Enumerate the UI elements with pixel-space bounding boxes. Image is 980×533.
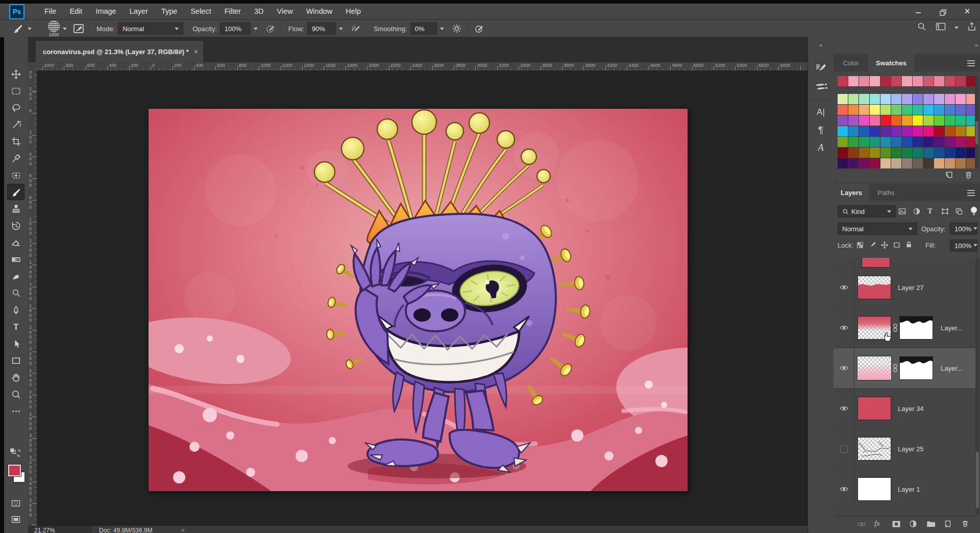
swatch[interactable] xyxy=(891,115,901,126)
swatch[interactable] xyxy=(891,148,901,158)
kind-filter-select[interactable]: Kind xyxy=(838,205,896,217)
swatches-scrollbar[interactable] xyxy=(975,76,979,168)
tab-layers[interactable]: Layers xyxy=(834,184,869,201)
swatch[interactable] xyxy=(934,115,944,126)
swatch[interactable] xyxy=(966,158,975,168)
swatch[interactable] xyxy=(838,126,848,136)
search-icon[interactable] xyxy=(917,21,927,34)
swatch[interactable] xyxy=(934,137,944,147)
swatch[interactable] xyxy=(934,126,944,136)
swatch[interactable] xyxy=(913,158,923,168)
smoothing-input[interactable]: 0% xyxy=(410,22,437,35)
recent-swatch[interactable] xyxy=(902,76,912,86)
smoothing-options-gear-icon[interactable] xyxy=(450,22,463,35)
toggle-brush-settings-icon[interactable] xyxy=(72,22,85,35)
recent-swatch[interactable] xyxy=(838,76,848,86)
swatch[interactable] xyxy=(870,137,880,147)
lock-position-icon[interactable] xyxy=(880,241,889,251)
swatch[interactable] xyxy=(913,148,923,158)
recent-swatch[interactable] xyxy=(848,76,859,86)
layer-visibility-eye-icon[interactable] xyxy=(834,348,854,388)
opacity-chevron[interactable] xyxy=(252,23,260,34)
swatch[interactable] xyxy=(966,137,975,147)
lock-transparent-pixels-icon[interactable] xyxy=(856,241,864,251)
layer-mask-thumbnail[interactable] xyxy=(900,317,933,339)
swatch[interactable] xyxy=(923,158,934,168)
swatch[interactable] xyxy=(902,148,912,158)
swatch[interactable] xyxy=(902,115,912,126)
swatch[interactable] xyxy=(880,105,891,115)
menu-item-type[interactable]: Type xyxy=(155,4,184,19)
layer-row-layer-25[interactable]: Layer 25 xyxy=(834,429,976,469)
swatch[interactable] xyxy=(945,158,955,168)
document-canvas[interactable] xyxy=(149,109,688,491)
swatch[interactable] xyxy=(848,115,859,126)
vertical-ruler[interactable]: 4 0 02 0 002 0 04 0 06 0 08 0 01 0 0 01 … xyxy=(28,70,37,526)
menu-item-filter[interactable]: Filter xyxy=(218,4,248,19)
delete-swatch-trash-icon[interactable] xyxy=(964,171,973,181)
layer-thumbnail[interactable] xyxy=(858,357,891,379)
minimize-button[interactable] xyxy=(910,7,927,16)
foreground-color-swatch[interactable] xyxy=(8,465,21,476)
swatch[interactable] xyxy=(859,94,869,104)
swatches-panel-menu-icon[interactable] xyxy=(967,60,975,61)
hand-tool[interactable] xyxy=(8,370,24,385)
layer-row-layer-1[interactable]: Layer 1 xyxy=(834,469,976,510)
swatch[interactable] xyxy=(966,148,975,158)
smoothing-chevron[interactable] xyxy=(438,23,446,34)
swatch[interactable] xyxy=(838,158,848,168)
swatch[interactable] xyxy=(880,94,891,104)
rectangular-marquee-tool[interactable] xyxy=(8,83,24,99)
healing-brush-tool[interactable] xyxy=(8,167,24,183)
eraser-tool[interactable] xyxy=(8,235,24,250)
layer-thumbnail[interactable] xyxy=(862,258,890,267)
rectangle-tool[interactable] xyxy=(8,353,24,368)
recent-swatch[interactable] xyxy=(870,76,880,86)
swatch[interactable] xyxy=(848,126,859,136)
layer-name[interactable]: Layer... xyxy=(941,324,963,332)
recent-swatch[interactable] xyxy=(913,76,923,86)
swatch[interactable] xyxy=(870,94,880,104)
new-layer-icon[interactable] xyxy=(944,519,952,530)
swatch[interactable] xyxy=(848,158,859,168)
paragraph-panel-icon[interactable]: ¶ xyxy=(808,125,834,136)
swatch[interactable] xyxy=(848,148,859,158)
glyphs-panel-icon[interactable]: A xyxy=(808,142,834,153)
layer-visibility-checkbox[interactable] xyxy=(834,429,854,469)
menu-item-view[interactable]: View xyxy=(271,4,300,19)
tool-preset-chevron[interactable] xyxy=(26,23,34,34)
swatch[interactable] xyxy=(891,105,901,115)
swatch[interactable] xyxy=(966,126,975,136)
swatch[interactable] xyxy=(955,94,966,104)
layer-thumbnail[interactable] xyxy=(858,478,891,500)
swatch[interactable] xyxy=(838,115,848,126)
pen-tool[interactable] xyxy=(8,302,24,318)
menu-item-3d[interactable]: 3D xyxy=(248,4,271,19)
recent-swatch[interactable] xyxy=(891,76,901,86)
layer-name[interactable]: Layer... xyxy=(941,365,963,372)
swatch[interactable] xyxy=(880,158,891,168)
layer-opacity-chevron[interactable] xyxy=(971,223,979,234)
lock-all-icon[interactable] xyxy=(905,240,913,251)
restore-button[interactable] xyxy=(934,7,951,16)
brush-tool[interactable] xyxy=(8,184,24,200)
swatch[interactable] xyxy=(966,94,975,104)
new-adjustment-layer-icon[interactable] xyxy=(909,520,917,530)
history-brush-tool[interactable] xyxy=(8,218,24,233)
layer-visibility-eye-icon[interactable] xyxy=(834,268,854,307)
swatch[interactable] xyxy=(955,115,966,126)
airbrush-icon[interactable] xyxy=(349,22,362,35)
swatch[interactable] xyxy=(913,105,923,115)
layer-name[interactable]: Layer 25 xyxy=(898,445,924,453)
swatch[interactable] xyxy=(913,115,923,126)
layer-mask-link-icon[interactable] xyxy=(893,323,898,334)
swatch[interactable] xyxy=(923,94,934,104)
layer-row-layer-[interactable]: Layer... xyxy=(834,308,976,348)
move-tool[interactable] xyxy=(8,66,24,82)
brush-settings-panel-icon[interactable] xyxy=(808,62,834,77)
eyedropper-tool[interactable] xyxy=(8,151,24,166)
swatch[interactable] xyxy=(870,158,880,168)
swatch[interactable] xyxy=(870,105,880,115)
menu-item-window[interactable]: Window xyxy=(300,4,339,19)
layer-thumbnail[interactable] xyxy=(858,397,891,420)
